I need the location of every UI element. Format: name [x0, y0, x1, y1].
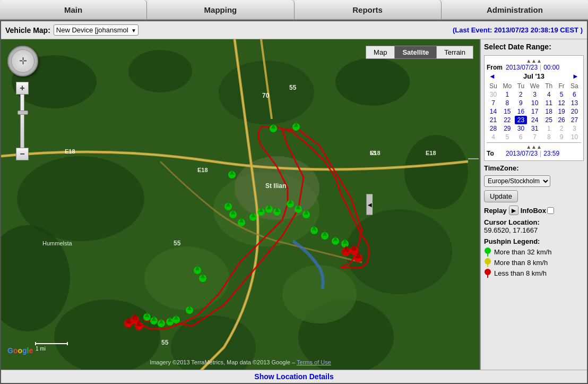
calendar-day[interactable]: 18: [542, 107, 555, 116]
sidebar-toggle[interactable]: ◀: [366, 194, 373, 215]
calendar-day[interactable]: 1: [542, 124, 555, 133]
calendar-day[interactable]: 19: [555, 107, 567, 116]
calendar-day[interactable]: 25: [542, 116, 555, 124]
calendar-day[interactable]: 6: [568, 90, 581, 99]
map-area: E18 E18 E18 E18 55 70 55 55 55 St Ilian …: [1, 39, 587, 370]
to-time[interactable]: 23:59: [543, 150, 559, 157]
calendar-day[interactable]: 5: [500, 133, 514, 141]
calendar-day[interactable]: 17: [527, 107, 542, 116]
infobox-wrapper: InfoBox: [521, 207, 554, 215]
map-background: E18 E18 E18 E18 55 70 55 55 55 St Ilian …: [1, 39, 480, 370]
to-date[interactable]: 2013/07/23: [506, 150, 538, 157]
calendar-day[interactable]: 3: [527, 90, 542, 99]
calendar-day[interactable]: 20: [568, 107, 581, 116]
zoom-controls: + −: [16, 82, 29, 160]
calendar-day[interactable]: 9: [515, 99, 528, 107]
calendar-day[interactable]: 31: [527, 124, 542, 133]
svg-text:Hummelsta: Hummelsta: [42, 240, 73, 246]
calendar-day[interactable]: 12: [555, 99, 567, 107]
date-range-section: ▲▲▲ From 2013/07/23 | 00:00 ◄ Jul '13 ► …: [484, 55, 584, 161]
map-container[interactable]: E18 E18 E18 E18 55 70 55 55 55 St Ilian …: [1, 39, 480, 370]
tab-mapping[interactable]: Mapping: [147, 0, 294, 19]
calendar-day[interactable]: 9: [555, 133, 567, 141]
top-navigation: Main Mapping Reports Administration: [0, 0, 588, 20]
calendar-week-1: 78910111213: [487, 99, 581, 107]
pin-icon-1: [484, 258, 491, 267]
tab-reports[interactable]: Reports: [295, 0, 442, 19]
legend-item-text-0: More than 32 km/h: [494, 248, 551, 256]
zoom-slider[interactable]: [20, 95, 24, 148]
from-date[interactable]: 2013/07/23: [506, 64, 538, 71]
calendar-day[interactable]: 10: [527, 99, 542, 107]
calendar-day[interactable]: 22: [500, 116, 514, 124]
satellite-btn[interactable]: Satellite: [395, 46, 437, 58]
calendar-day[interactable]: 16: [515, 107, 528, 116]
calendar-day[interactable]: 7: [527, 133, 542, 141]
calendar-week-3: 21222324252627: [487, 116, 581, 124]
bottom-bar: Show Location Details: [1, 370, 587, 383]
calendar-day[interactable]: 28: [487, 124, 500, 133]
zoom-in-button[interactable]: +: [16, 82, 29, 95]
calendar-day[interactable]: 4: [487, 133, 500, 141]
calendar-day[interactable]: 11: [542, 99, 555, 107]
map-btn[interactable]: Map: [366, 46, 395, 58]
tab-administration[interactable]: Administration: [442, 0, 588, 19]
show-location-details-link[interactable]: Show Location Details: [254, 372, 333, 381]
calendar-day[interactable]: 4: [542, 90, 555, 99]
calendar-day[interactable]: 2: [515, 90, 528, 99]
svg-text:55: 55: [174, 240, 181, 247]
prev-month-button[interactable]: ◄: [487, 72, 498, 80]
calendar-day[interactable]: 6: [515, 133, 528, 141]
compass-control[interactable]: ✛: [7, 46, 38, 76]
calendar-day[interactable]: 5: [555, 90, 567, 99]
legend-item-1: More than 8 km/h: [484, 258, 584, 267]
update-button-wrapper: Update: [484, 190, 584, 202]
calendar-day[interactable]: 23: [515, 116, 528, 124]
calendar-day[interactable]: 3: [568, 124, 581, 133]
svg-point-4: [335, 58, 410, 106]
calendar-day[interactable]: 15: [500, 107, 514, 116]
svg-text:55: 55: [289, 84, 297, 91]
calendar-week-0: 30123456: [487, 90, 581, 99]
zoom-handle[interactable]: [18, 110, 28, 115]
vehicle-select[interactable]: New Device [johansmol: [54, 24, 139, 36]
calendar-day[interactable]: 13: [568, 99, 581, 107]
timezone-select-wrapper[interactable]: Europe/Stockholm: [484, 175, 584, 187]
calendar-day[interactable]: 24: [527, 116, 542, 124]
cal-header-tu: Tu: [515, 82, 528, 90]
sidebar: Select Date Range: ▲▲▲ From 2013/07/23 |…: [480, 39, 587, 370]
update-button[interactable]: Update: [484, 190, 518, 202]
infobox-checkbox[interactable]: [547, 207, 554, 214]
calendar-day[interactable]: 8: [500, 99, 514, 107]
compass-inner: ✛: [11, 49, 34, 73]
calendar-day[interactable]: 1: [500, 90, 514, 99]
zoom-out-button[interactable]: −: [16, 148, 29, 160]
cal-header-fr: Fr: [555, 82, 567, 90]
calendar-day[interactable]: 14: [487, 107, 500, 116]
calendar-day[interactable]: 29: [500, 124, 514, 133]
terms-of-use-link[interactable]: Terms of Use: [297, 359, 331, 365]
timezone-row: TimeZone:: [484, 164, 584, 172]
calendar-day[interactable]: 27: [568, 116, 581, 124]
next-month-button[interactable]: ►: [570, 72, 581, 80]
tab-main[interactable]: Main: [0, 0, 147, 19]
google-logo: Google: [7, 346, 33, 355]
svg-text:1 mi: 1 mi: [36, 346, 46, 352]
from-label: From: [487, 64, 504, 71]
calendar-day[interactable]: 10: [568, 133, 581, 141]
legend-item-2: Less than 8 km/h: [484, 268, 584, 278]
terrain-btn[interactable]: Terrain: [437, 46, 473, 58]
calendar-day[interactable]: 2: [555, 124, 567, 133]
calendar-week-5: 45678910: [487, 133, 581, 141]
calendar-day[interactable]: 26: [555, 116, 567, 124]
calendar-day[interactable]: 30: [487, 90, 500, 99]
calendar-day[interactable]: 8: [542, 133, 555, 141]
replay-play-button[interactable]: ▶: [509, 206, 518, 215]
timezone-select[interactable]: Europe/Stockholm: [484, 175, 550, 187]
calendar-day[interactable]: 7: [487, 99, 500, 107]
calendar-day[interactable]: 30: [515, 124, 528, 133]
calendar-day[interactable]: 21: [487, 116, 500, 124]
vehicle-select-wrapper[interactable]: New Device [johansmol: [54, 24, 139, 36]
from-time[interactable]: 00:00: [543, 64, 559, 71]
svg-text:55: 55: [161, 339, 169, 346]
